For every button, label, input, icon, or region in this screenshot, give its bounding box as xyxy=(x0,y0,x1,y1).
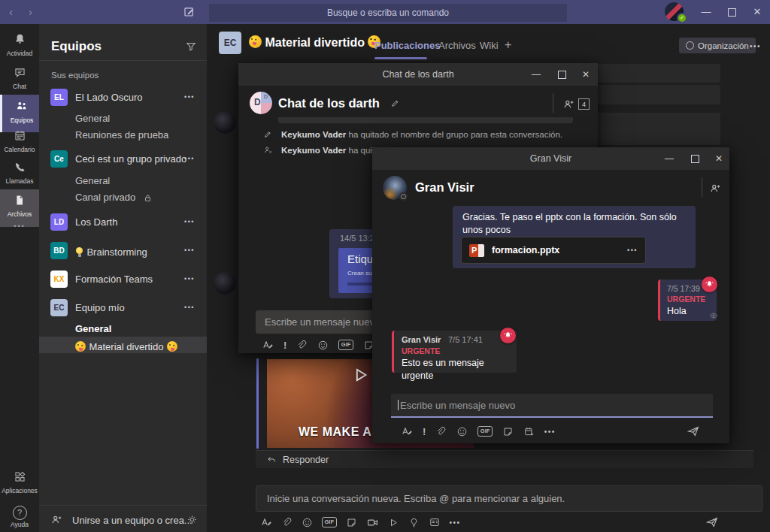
org-icon xyxy=(686,41,694,50)
importance-icon[interactable]: ! xyxy=(423,426,426,437)
format-icon[interactable] xyxy=(260,516,272,528)
app-card-icon[interactable] xyxy=(429,516,441,528)
urgent-bell-icon xyxy=(702,277,717,292)
filter-icon[interactable] xyxy=(185,41,197,53)
sidebar-team-formacion[interactable]: KX Formación Teams ••• xyxy=(39,269,207,289)
maximize-button[interactable] xyxy=(554,63,569,87)
channel-avatar: EC xyxy=(219,32,241,54)
maximize-button[interactable] xyxy=(687,147,702,171)
giphy-icon[interactable]: GIF xyxy=(338,340,353,350)
team-more-icon[interactable]: ••• xyxy=(184,155,195,162)
teams-icon xyxy=(15,99,29,113)
stream-icon[interactable] xyxy=(388,517,399,528)
gv-compose-box[interactable] xyxy=(391,394,713,418)
zany-face-emoji xyxy=(167,341,177,352)
reply-button[interactable]: Responder xyxy=(256,450,753,468)
rail-item-help[interactable]: ? Ayuda xyxy=(0,505,39,528)
new-chat-icon[interactable] xyxy=(183,5,196,18)
sidebar-team-los-darth[interactable]: LD Los Darth ••• xyxy=(39,212,207,231)
add-tab-icon[interactable]: + xyxy=(505,38,511,52)
attach-icon[interactable] xyxy=(281,517,293,528)
tab-wiki[interactable]: Wiki xyxy=(480,40,499,51)
close-button[interactable]: ✕ xyxy=(711,147,726,170)
team-avatar: EL xyxy=(50,89,68,106)
schedule-meeting-icon[interactable] xyxy=(523,426,535,437)
compose-more-icon[interactable]: ••• xyxy=(450,518,461,527)
gear-icon[interactable] xyxy=(186,514,198,525)
emoji-icon[interactable] xyxy=(317,340,329,351)
edit-name-icon[interactable] xyxy=(390,98,401,108)
praise-icon[interactable] xyxy=(408,517,420,528)
channel-compose-input[interactable] xyxy=(256,486,770,511)
gv-compose-toolbar: ! GIF ••• xyxy=(401,425,556,438)
team-more-icon[interactable]: ••• xyxy=(184,304,195,311)
rail-more-icon[interactable]: ••• xyxy=(0,222,39,230)
app-rail: Actividad Chat Equipos Calendario Llamad… xyxy=(0,24,39,532)
add-participants-icon[interactable] xyxy=(709,182,722,195)
add-participants-icon[interactable] xyxy=(562,98,575,110)
team-more-icon[interactable]: ••• xyxy=(184,93,195,101)
emoji-icon[interactable] xyxy=(302,517,313,528)
person-remove-icon xyxy=(263,145,273,155)
channel-more-icon[interactable]: ••• xyxy=(750,42,761,50)
forward-icon[interactable]: › xyxy=(29,0,32,24)
chat-title: Gran Visir xyxy=(415,180,474,195)
join-or-create-team[interactable]: Unirse a un equipo o crea... xyxy=(39,509,207,532)
search-input[interactable] xyxy=(209,4,567,22)
file-more-icon[interactable]: ••• xyxy=(627,246,638,254)
close-button[interactable]: ✕ xyxy=(749,0,765,24)
rail-item-activity[interactable]: Actividad xyxy=(0,33,39,57)
team-avatar: LD xyxy=(50,213,68,231)
sticker-icon[interactable] xyxy=(502,426,514,437)
team-more-icon[interactable]: ••• xyxy=(184,275,195,283)
team-more-icon[interactable]: ••• xyxy=(184,218,195,225)
meet-now-icon[interactable] xyxy=(366,516,379,529)
gv-compose-input[interactable] xyxy=(391,394,731,416)
sidebar-channel-ceci-general[interactable]: General xyxy=(75,174,110,187)
seen-eye-icon xyxy=(709,311,718,320)
sidebar-channel-reuniones[interactable]: Reuniones de prueba xyxy=(75,128,168,141)
sidebar-team-equipo-mio[interactable]: EC Equipo mío ••• xyxy=(39,298,207,317)
send-icon[interactable] xyxy=(705,515,719,529)
compose-more-icon[interactable]: ••• xyxy=(544,428,556,436)
rail-item-chat[interactable]: Chat xyxy=(0,66,39,90)
attach-icon[interactable] xyxy=(296,340,308,351)
giphy-icon[interactable]: GIF xyxy=(322,517,337,527)
emoji-icon[interactable] xyxy=(456,426,468,437)
minimize-button[interactable]: — xyxy=(698,0,714,24)
attach-icon[interactable] xyxy=(435,426,447,437)
rail-item-apps[interactable]: Aplicaciones xyxy=(0,470,39,494)
play-icon[interactable] xyxy=(351,365,371,385)
rail-item-calendar[interactable]: Calendario xyxy=(0,129,39,153)
close-button[interactable]: ✕ xyxy=(578,63,593,86)
importance-icon[interactable]: ! xyxy=(283,340,286,351)
team-more-icon[interactable]: ••• xyxy=(184,246,195,254)
rail-item-files[interactable]: Archivos xyxy=(0,189,39,227)
minimize-button[interactable]: — xyxy=(529,63,544,86)
send-icon[interactable] xyxy=(687,425,700,438)
format-icon[interactable] xyxy=(401,425,413,437)
maximize-button[interactable] xyxy=(723,0,740,26)
tab-publicaciones[interactable]: Publicaciones xyxy=(374,40,440,51)
back-icon[interactable]: ‹ xyxy=(9,0,13,24)
sidebar-team-el-lado-oscuro[interactable]: EL El Lado Oscuro ••• xyxy=(39,87,207,107)
urgent-received-message: Gran Visir 7/5 17:41 URGENTE Esto es un … xyxy=(392,331,517,373)
channel-header: EC Material divertido Publicaciones Arch… xyxy=(207,24,770,62)
channel-compose-box[interactable] xyxy=(256,485,762,512)
active-tab-underline xyxy=(374,57,427,59)
tab-archivos[interactable]: Archivos xyxy=(438,40,476,51)
format-icon[interactable] xyxy=(262,339,274,351)
sidebar-team-ceci[interactable]: Ce Ceci est un grupo privado ••• xyxy=(39,149,207,168)
file-attachment[interactable]: P formacion.pptx ••• xyxy=(461,237,646,264)
sidebar-channel-canal-privado[interactable]: Canal privado xyxy=(75,190,152,204)
giphy-icon[interactable]: GIF xyxy=(477,426,493,437)
sticker-icon[interactable] xyxy=(346,517,357,528)
sidebar-channel-mio-general[interactable]: General xyxy=(75,322,111,335)
sidebar-team-brainstorming[interactable]: BD Brainstorming ••• xyxy=(39,240,207,260)
minimize-button[interactable]: — xyxy=(662,147,677,170)
rail-item-teams[interactable]: Equipos xyxy=(0,95,41,132)
sidebar-channel-general[interactable]: General xyxy=(75,111,110,125)
rail-item-calls[interactable]: Llamadas xyxy=(0,161,39,185)
sidebar-channel-material-divertido[interactable]: Material divertido xyxy=(39,337,207,353)
organization-button[interactable]: Organización xyxy=(679,38,756,53)
